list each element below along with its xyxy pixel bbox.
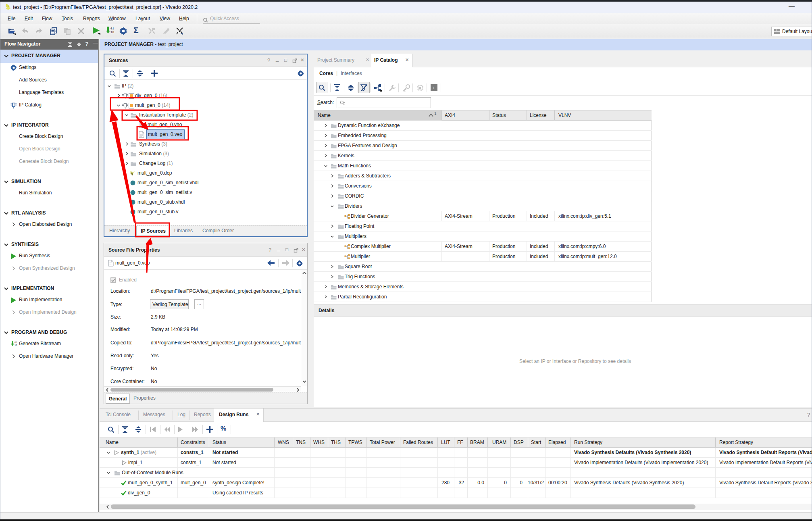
svg-text:01: 01	[110, 27, 114, 30]
svg-text:01: 01	[15, 341, 17, 344]
svg-text:10: 10	[110, 31, 114, 34]
svg-text:10: 10	[15, 344, 17, 346]
